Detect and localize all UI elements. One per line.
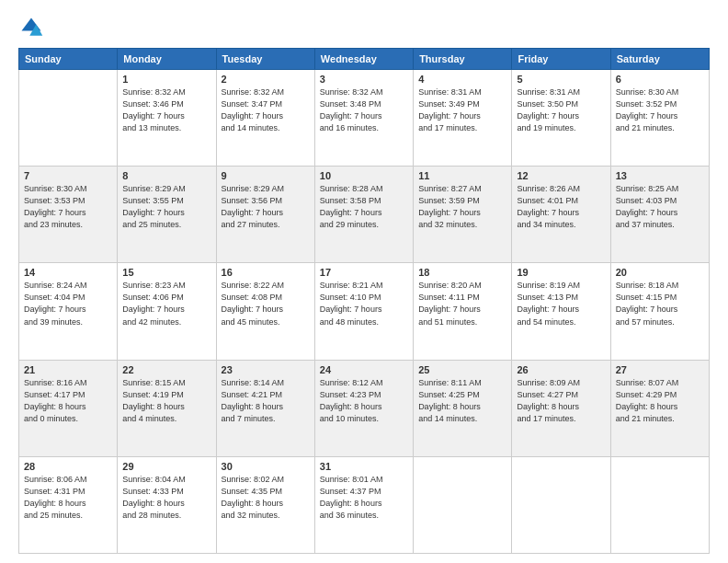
day-info: Sunrise: 8:11 AMSunset: 4:25 PMDaylight:…	[418, 377, 506, 425]
day-number: 15	[122, 267, 210, 278]
header	[18, 15, 710, 40]
day-number: 11	[418, 170, 506, 181]
calendar-cell: 7Sunrise: 8:30 AMSunset: 3:53 PMDaylight…	[19, 167, 118, 263]
day-number: 14	[24, 267, 112, 278]
calendar-cell: 29Sunrise: 8:04 AMSunset: 4:33 PMDayligh…	[118, 456, 216, 553]
day-info: Sunrise: 8:26 AMSunset: 4:01 PMDaylight:…	[517, 183, 605, 231]
day-number: 19	[517, 267, 605, 278]
calendar-week-1: 1Sunrise: 8:32 AMSunset: 3:46 PMDaylight…	[19, 70, 710, 167]
day-info: Sunrise: 8:02 AMSunset: 4:35 PMDaylight:…	[222, 474, 310, 522]
calendar-cell	[414, 456, 512, 553]
calendar-week-3: 14Sunrise: 8:24 AMSunset: 4:04 PMDayligh…	[19, 263, 710, 360]
calendar-cell: 23Sunrise: 8:14 AMSunset: 4:21 PMDayligh…	[216, 360, 314, 456]
calendar-table: SundayMondayTuesdayWednesdayThursdayFrid…	[18, 48, 710, 554]
day-number: 6	[616, 74, 704, 85]
page: SundayMondayTuesdayWednesdayThursdayFrid…	[0, 0, 728, 563]
day-info: Sunrise: 8:19 AMSunset: 4:13 PMDaylight:…	[517, 280, 605, 327]
day-info: Sunrise: 8:28 AMSunset: 3:58 PMDaylight:…	[320, 183, 408, 231]
calendar-cell: 22Sunrise: 8:15 AMSunset: 4:19 PMDayligh…	[118, 360, 216, 456]
calendar-cell: 4Sunrise: 8:31 AMSunset: 3:49 PMDaylight…	[414, 70, 512, 167]
calendar-cell: 2Sunrise: 8:32 AMSunset: 3:47 PMDaylight…	[216, 70, 314, 167]
day-info: Sunrise: 8:29 AMSunset: 3:56 PMDaylight:…	[222, 183, 310, 231]
day-number: 30	[222, 461, 310, 472]
calendar-cell: 28Sunrise: 8:06 AMSunset: 4:31 PMDayligh…	[19, 456, 118, 553]
day-number: 31	[320, 461, 408, 472]
day-info: Sunrise: 8:32 AMSunset: 3:48 PMDaylight:…	[320, 86, 408, 134]
calendar-cell	[19, 70, 118, 167]
calendar-cell: 6Sunrise: 8:30 AMSunset: 3:52 PMDaylight…	[610, 70, 709, 167]
day-info: Sunrise: 8:18 AMSunset: 4:15 PMDaylight:…	[616, 280, 704, 327]
day-number: 18	[418, 267, 506, 278]
day-number: 10	[320, 170, 408, 181]
calendar-header-friday: Friday	[512, 49, 610, 70]
calendar-cell: 17Sunrise: 8:21 AMSunset: 4:10 PMDayligh…	[314, 263, 413, 360]
day-info: Sunrise: 8:29 AMSunset: 3:55 PMDaylight:…	[122, 183, 210, 231]
day-info: Sunrise: 8:15 AMSunset: 4:19 PMDaylight:…	[122, 377, 210, 425]
day-number: 23	[222, 364, 310, 375]
calendar-cell	[610, 456, 709, 553]
day-info: Sunrise: 8:32 AMSunset: 3:46 PMDaylight:…	[122, 86, 210, 134]
day-info: Sunrise: 8:31 AMSunset: 3:49 PMDaylight:…	[418, 86, 506, 134]
day-number: 28	[24, 461, 112, 472]
day-info: Sunrise: 8:12 AMSunset: 4:23 PMDaylight:…	[320, 377, 408, 425]
day-number: 4	[418, 74, 506, 85]
day-info: Sunrise: 8:06 AMSunset: 4:31 PMDaylight:…	[24, 474, 112, 522]
calendar-header-row: SundayMondayTuesdayWednesdayThursdayFrid…	[19, 49, 710, 70]
day-info: Sunrise: 8:16 AMSunset: 4:17 PMDaylight:…	[24, 377, 112, 425]
calendar-cell: 11Sunrise: 8:27 AMSunset: 3:59 PMDayligh…	[414, 167, 512, 263]
day-number: 13	[616, 170, 704, 181]
day-number: 25	[418, 364, 506, 375]
logo-icon	[18, 15, 44, 40]
day-number: 9	[222, 170, 310, 181]
calendar-cell: 30Sunrise: 8:02 AMSunset: 4:35 PMDayligh…	[216, 456, 314, 553]
day-info: Sunrise: 8:04 AMSunset: 4:33 PMDaylight:…	[122, 474, 210, 522]
day-info: Sunrise: 8:22 AMSunset: 4:08 PMDaylight:…	[222, 280, 310, 327]
day-number: 29	[122, 461, 210, 472]
day-info: Sunrise: 8:25 AMSunset: 4:03 PMDaylight:…	[616, 183, 704, 231]
calendar-header-monday: Monday	[118, 49, 216, 70]
day-number: 3	[320, 74, 408, 85]
calendar-cell: 27Sunrise: 8:07 AMSunset: 4:29 PMDayligh…	[610, 360, 709, 456]
day-info: Sunrise: 8:14 AMSunset: 4:21 PMDaylight:…	[222, 377, 310, 425]
day-number: 20	[616, 267, 704, 278]
day-number: 12	[517, 170, 605, 181]
calendar-cell: 26Sunrise: 8:09 AMSunset: 4:27 PMDayligh…	[512, 360, 610, 456]
day-number: 24	[320, 364, 408, 375]
calendar-cell: 21Sunrise: 8:16 AMSunset: 4:17 PMDayligh…	[19, 360, 118, 456]
calendar-header-wednesday: Wednesday	[314, 49, 413, 70]
calendar-cell: 19Sunrise: 8:19 AMSunset: 4:13 PMDayligh…	[512, 263, 610, 360]
day-number: 22	[122, 364, 210, 375]
day-info: Sunrise: 8:31 AMSunset: 3:50 PMDaylight:…	[517, 86, 605, 134]
day-number: 7	[24, 170, 112, 181]
day-info: Sunrise: 8:01 AMSunset: 4:37 PMDaylight:…	[320, 474, 408, 522]
calendar-cell: 1Sunrise: 8:32 AMSunset: 3:46 PMDaylight…	[118, 70, 216, 167]
calendar-cell: 3Sunrise: 8:32 AMSunset: 3:48 PMDaylight…	[314, 70, 413, 167]
calendar-cell: 9Sunrise: 8:29 AMSunset: 3:56 PMDaylight…	[216, 167, 314, 263]
calendar-cell: 18Sunrise: 8:20 AMSunset: 4:11 PMDayligh…	[414, 263, 512, 360]
day-number: 16	[222, 267, 310, 278]
logo	[18, 15, 48, 40]
calendar-header-sunday: Sunday	[19, 49, 118, 70]
day-number: 17	[320, 267, 408, 278]
day-info: Sunrise: 8:24 AMSunset: 4:04 PMDaylight:…	[24, 280, 112, 327]
calendar-week-5: 28Sunrise: 8:06 AMSunset: 4:31 PMDayligh…	[19, 456, 710, 553]
calendar-header-saturday: Saturday	[610, 49, 709, 70]
calendar-cell: 8Sunrise: 8:29 AMSunset: 3:55 PMDaylight…	[118, 167, 216, 263]
day-number: 27	[616, 364, 704, 375]
day-info: Sunrise: 8:30 AMSunset: 3:52 PMDaylight:…	[616, 86, 704, 134]
calendar-cell: 15Sunrise: 8:23 AMSunset: 4:06 PMDayligh…	[118, 263, 216, 360]
calendar-cell: 25Sunrise: 8:11 AMSunset: 4:25 PMDayligh…	[414, 360, 512, 456]
calendar-week-4: 21Sunrise: 8:16 AMSunset: 4:17 PMDayligh…	[19, 360, 710, 456]
day-info: Sunrise: 8:27 AMSunset: 3:59 PMDaylight:…	[418, 183, 506, 231]
day-number: 21	[24, 364, 112, 375]
day-number: 1	[122, 74, 210, 85]
calendar-week-2: 7Sunrise: 8:30 AMSunset: 3:53 PMDaylight…	[19, 167, 710, 263]
calendar-header-thursday: Thursday	[414, 49, 512, 70]
calendar-cell: 24Sunrise: 8:12 AMSunset: 4:23 PMDayligh…	[314, 360, 413, 456]
day-info: Sunrise: 8:07 AMSunset: 4:29 PMDaylight:…	[616, 377, 704, 425]
calendar-cell: 5Sunrise: 8:31 AMSunset: 3:50 PMDaylight…	[512, 70, 610, 167]
calendar-cell: 12Sunrise: 8:26 AMSunset: 4:01 PMDayligh…	[512, 167, 610, 263]
day-info: Sunrise: 8:21 AMSunset: 4:10 PMDaylight:…	[320, 280, 408, 327]
day-number: 2	[222, 74, 310, 85]
calendar-cell: 16Sunrise: 8:22 AMSunset: 4:08 PMDayligh…	[216, 263, 314, 360]
